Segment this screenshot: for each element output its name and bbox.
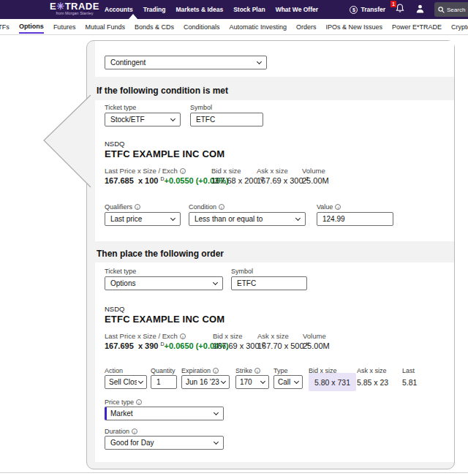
duration-value: Good for Day <box>110 439 210 447</box>
ticket-type-label: Ticket type <box>105 104 136 111</box>
value-value: 124.99 <box>322 215 388 223</box>
qualifiers-label: Qualifiersi <box>105 203 140 211</box>
nav-markets-ideas[interactable]: Markets & Ideas <box>176 6 223 13</box>
expiration-select[interactable]: Jun 16 '23 <box>181 375 230 389</box>
quantity-input[interactable]: 1 <box>151 375 177 389</box>
duration-select[interactable]: Good for Day <box>105 436 224 450</box>
etrade-star-icon: ✳ <box>56 1 64 12</box>
info-icon[interactable]: i <box>219 204 224 210</box>
subnav-options[interactable]: Options <box>19 20 44 34</box>
logo-text-2: TRADE <box>65 1 99 12</box>
strike-label: Strikei <box>235 367 260 374</box>
account-button[interactable] <box>416 3 424 16</box>
qualifiers-label-text: Qualifiers <box>105 203 132 211</box>
logo-text: E <box>50 1 56 12</box>
condition-select[interactable]: Less than or equal to <box>189 212 306 226</box>
transfer-label: Transfer <box>361 6 385 13</box>
chevron-down-icon <box>214 409 219 415</box>
info-icon[interactable]: i <box>254 368 260 374</box>
price-type-value: Market <box>110 409 210 418</box>
price-type-select[interactable]: Market <box>105 407 224 420</box>
info-icon[interactable]: i <box>180 168 186 174</box>
nav-stock-plan[interactable]: Stock Plan <box>233 6 265 13</box>
etrade-logo[interactable]: E✳TRADE from Morgan Stanley <box>45 2 104 16</box>
last-price-value: 167.685 x 100 D+0.0550 (+0.03%) <box>105 176 229 185</box>
search-input[interactable]: Search <box>434 2 468 17</box>
order-ticket-type-select[interactable]: Options <box>105 276 223 290</box>
condition-value: Less than or equal to <box>195 215 292 223</box>
subnav-conditionals[interactable]: Conditionals <box>184 20 220 33</box>
chevron-down-icon <box>294 378 299 383</box>
action-select[interactable]: Sell Close <box>105 375 147 389</box>
ticket-type-select[interactable]: Stock/ETF <box>105 113 181 126</box>
order-ask-number: 167.70 x 500 <box>257 341 304 350</box>
type-label: Type <box>273 367 288 374</box>
order-symbol-value: ETFC <box>237 279 301 287</box>
search-placeholder: Search <box>447 7 465 13</box>
price-type-label: Price typei <box>105 398 142 406</box>
option-last-label: Last <box>402 367 415 374</box>
chevron-down-icon <box>214 439 219 444</box>
strike-label-text: Strike <box>235 367 252 374</box>
order-card <box>95 262 454 462</box>
subnav-stocks-etfs[interactable]: Stocks/ETFs <box>0 20 10 33</box>
subnav-bonds-cds[interactable]: Bonds & CDs <box>135 20 174 33</box>
order-security-name: ETFC EXAMPLE INC COM <box>105 314 224 325</box>
symbol-label: Symbol <box>190 104 212 111</box>
last-price: 167.685 <box>105 176 134 185</box>
info-icon[interactable]: i <box>135 204 140 210</box>
info-icon[interactable]: i <box>213 368 219 374</box>
alerts-button[interactable]: 1 <box>396 3 404 16</box>
conditional-ticket-select[interactable]: Contingent <box>105 56 267 69</box>
order-last-size: x 390 <box>138 341 159 350</box>
strike-select[interactable]: 170 <box>235 375 269 389</box>
type-value: Call <box>278 378 293 386</box>
last-price-label-text: Last Price x Size / Exch <box>105 167 178 175</box>
trading-subnav: Stocks/ETFs Options Futures Mutual Funds… <box>0 19 468 35</box>
value-input[interactable]: 124.99 <box>317 212 393 226</box>
order-last-price-value: 167.695 x 390 D+0.0650 (+0.04%) <box>105 341 229 350</box>
subnav-mutual-funds[interactable]: Mutual Funds <box>85 20 125 33</box>
last-price-label: Last Price x Size / Exchi <box>105 167 186 175</box>
quantity-label: Quantity <box>151 367 176 374</box>
order-exchange-label: NSDQ <box>105 305 124 313</box>
ask-number: 167.69 x 300 <box>257 176 303 185</box>
action-value: Sell Close <box>109 378 137 386</box>
order-last-price-label-text: Last Price x Size / Exch <box>105 332 178 340</box>
quantity-value: 1 <box>156 378 171 386</box>
option-bid-value[interactable]: 5.80 x 731 <box>309 373 356 391</box>
value-label-text: Value <box>317 203 333 211</box>
info-icon[interactable]: i <box>136 399 142 405</box>
info-icon[interactable]: i <box>180 333 186 339</box>
info-icon[interactable]: i <box>335 204 341 210</box>
type-select[interactable]: Call <box>273 375 303 389</box>
active-nav-caret <box>129 14 137 19</box>
volume-label: Volume <box>302 167 325 175</box>
subnav-ipos-new-issues[interactable]: IPOs & New Issues <box>326 20 383 33</box>
qualifiers-select[interactable]: Last price <box>105 212 181 226</box>
subnav-cryptocurrency[interactable]: Cryptocurrency <box>451 20 468 33</box>
nav-what-we-offer[interactable]: What We Offer <box>276 6 318 13</box>
transfer-button[interactable]: $ Transfer <box>350 6 385 14</box>
order-section-heading: Then place the following order <box>97 249 224 259</box>
order-last-price-label: Last Price x Size / Exchi <box>105 332 186 340</box>
nav-accounts[interactable]: Accounts <box>105 6 133 13</box>
order-bid-label: Bid x size <box>213 332 243 340</box>
info-icon[interactable]: i <box>132 428 137 434</box>
security-name: ETFC EXAMPLE INC COM <box>105 148 224 159</box>
alerts-badge: 1 <box>390 1 396 7</box>
subnav-power-etrade[interactable]: Power E*TRADE <box>392 20 442 33</box>
subnav-orders[interactable]: Orders <box>296 20 317 33</box>
subnav-automatic-investing[interactable]: Automatic Investing <box>229 20 287 33</box>
order-symbol-label: Symbol <box>231 268 253 275</box>
value-label: Valuei <box>317 203 341 211</box>
nav-trading[interactable]: Trading <box>143 6 166 13</box>
person-icon <box>416 4 424 13</box>
subnav-futures[interactable]: Futures <box>53 20 76 33</box>
symbol-input[interactable]: ETFC <box>190 113 263 126</box>
bell-icon <box>396 4 404 13</box>
qualifiers-value: Last price <box>110 215 167 223</box>
order-bid-number: 167.69 x 300 <box>213 341 260 350</box>
order-symbol-input[interactable]: ETFC <box>231 276 307 290</box>
duration-label-text: Duration <box>105 428 129 435</box>
